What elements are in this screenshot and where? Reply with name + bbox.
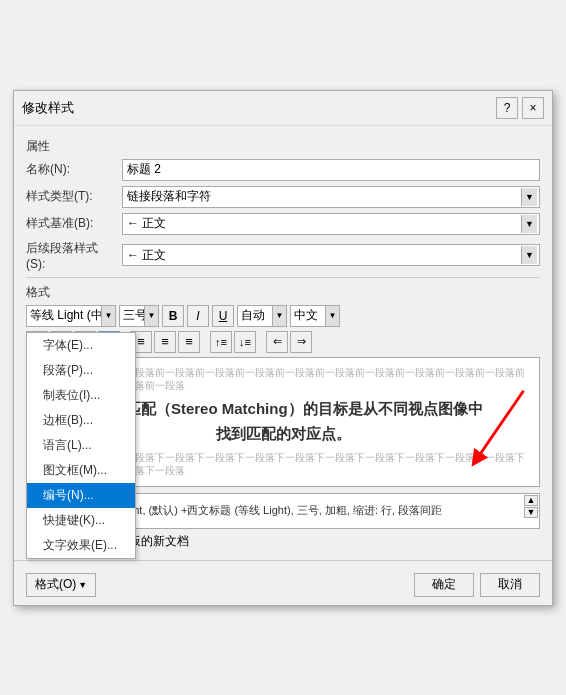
dropdown-text-effect[interactable]: 文字效果(E)... — [27, 533, 135, 558]
name-input[interactable] — [122, 159, 540, 181]
language-arrow: ▼ — [325, 306, 339, 326]
language-value: 中文 — [291, 307, 325, 324]
bottom-bar: 格式(O) ▼ 确定 取消 — [14, 567, 552, 605]
dropdown-language[interactable]: 语言(L)... — [27, 433, 135, 458]
italic-button[interactable]: I — [187, 305, 209, 327]
next-para-arrow: ▼ — [521, 246, 537, 264]
language-select[interactable]: 中文 ▼ — [290, 305, 340, 327]
dropdown-numbering[interactable]: 编号(N)... — [27, 483, 135, 508]
format-btn-arrow: ▼ — [78, 580, 87, 590]
dropdown-paragraph[interactable]: 段落(P)... — [27, 358, 135, 383]
dropdown-border[interactable]: 边框(B)... — [27, 408, 135, 433]
style-base-value: ← 正文 — [125, 215, 521, 232]
align-7-btn[interactable]: ≡ — [178, 331, 200, 353]
font-name-arrow: ▼ — [101, 306, 115, 326]
name-label: 名称(N): — [26, 161, 116, 178]
underline-button[interactable]: U — [212, 305, 234, 327]
desc-scroll-up[interactable]: ▲ — [524, 495, 538, 506]
font-color-value: 自动 — [238, 307, 272, 324]
font-size-value: 三号 — [120, 307, 144, 324]
font-name-select[interactable]: 等线 Light (中文 ▼ — [26, 305, 116, 327]
desc-scroll-down[interactable]: ▼ — [524, 507, 538, 518]
style-type-value: 链接段落和字符 — [125, 188, 521, 205]
format-toolbar-row1: 等线 Light (中文 ▼ 三号 ▼ B I U 自动 ▼ 中文 ▼ — [26, 305, 540, 327]
properties-section-label: 属性 — [26, 138, 540, 155]
style-base-row: 样式基准(B): ← 正文 ▼ — [26, 213, 540, 235]
bold-button[interactable]: B — [162, 305, 184, 327]
next-para-label: 后续段落样式(S): — [26, 240, 116, 271]
font-color-arrow: ▼ — [272, 306, 286, 326]
divider-1 — [26, 277, 540, 278]
style-type-select[interactable]: 链接段落和字符 ▼ — [122, 186, 540, 208]
next-para-value: ← 正文 — [125, 247, 521, 264]
spacing-decrease-btn[interactable]: ↓≡ — [234, 331, 256, 353]
format-section-label: 格式 — [26, 284, 540, 301]
ok-cancel-row: 确定 取消 — [414, 573, 540, 597]
help-button[interactable]: ? — [496, 97, 518, 119]
ok-button[interactable]: 确定 — [414, 573, 474, 597]
close-button[interactable]: × — [522, 97, 544, 119]
style-type-label: 样式类型(T): — [26, 188, 116, 205]
font-name-value: 等线 Light (中文 — [27, 307, 101, 324]
title-bar: 修改样式 ? × — [14, 91, 552, 126]
modify-style-dialog: 修改样式 ? × 属性 名称(N): 样式类型(T): 链接段落和字符 ▼ 样式… — [13, 90, 553, 606]
next-para-select[interactable]: ← 正文 ▼ — [122, 244, 540, 266]
format-button[interactable]: 格式(O) ▼ — [26, 573, 96, 597]
dropdown-tab[interactable]: 制表位(I)... — [27, 383, 135, 408]
cancel-button[interactable]: 取消 — [480, 573, 540, 597]
bottom-divider — [14, 560, 552, 561]
dropdown-font[interactable]: 字体(E)... — [27, 333, 135, 358]
dropdown-frame[interactable]: 图文框(M)... — [27, 458, 135, 483]
format-btn-label: 格式(O) — [35, 576, 76, 593]
style-type-row: 样式类型(T): 链接段落和字符 ▼ — [26, 186, 540, 208]
font-size-arrow: ▼ — [144, 306, 158, 326]
style-base-label: 样式基准(B): — [26, 215, 116, 232]
style-type-arrow: ▼ — [521, 188, 537, 206]
format-dropdown-menu: 字体(E)... 段落(P)... 制表位(I)... 边框(B)... 语言(… — [26, 332, 136, 559]
title-bar-buttons: ? × — [496, 97, 544, 119]
name-row: 名称(N): — [26, 159, 540, 181]
next-para-row: 后续段落样式(S): ← 正文 ▼ — [26, 240, 540, 271]
font-color-select[interactable]: 自动 ▼ — [237, 305, 287, 327]
spacing-increase-btn[interactable]: ↑≡ — [210, 331, 232, 353]
indent-decrease-btn[interactable]: ⇐ — [266, 331, 288, 353]
dialog-title: 修改样式 — [22, 99, 74, 117]
dropdown-shortcut[interactable]: 快捷键(K)... — [27, 508, 135, 533]
desc-scroll-btns: ▲ ▼ — [524, 495, 538, 518]
style-base-select[interactable]: ← 正文 ▼ — [122, 213, 540, 235]
style-base-arrow: ▼ — [521, 215, 537, 233]
indent-increase-btn[interactable]: ⇒ — [290, 331, 312, 353]
align-6-btn[interactable]: ≡ — [154, 331, 176, 353]
font-size-select[interactable]: 三号 ▼ — [119, 305, 159, 327]
